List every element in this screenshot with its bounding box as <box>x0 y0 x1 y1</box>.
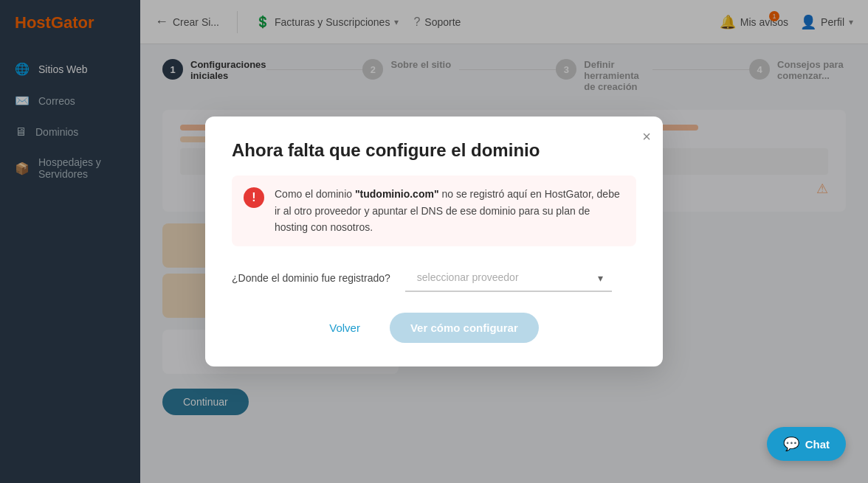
modal-confirm-button[interactable]: Ver cómo configurar <box>390 313 539 343</box>
modal-form-label: ¿Donde el dominio fue registrado? <box>232 272 390 284</box>
modal-alert-text: Como el dominio "tudominio.com" no se re… <box>275 186 624 235</box>
modal-form-row: ¿Donde el dominio fue registrado? selecc… <box>232 264 636 292</box>
modal-close-button[interactable]: × <box>642 128 651 145</box>
chat-button[interactable]: 💬 Chat <box>767 427 846 461</box>
modal-title: Ahora falta que configure el dominio <box>232 140 636 161</box>
alert-error-icon: ! <box>244 187 264 208</box>
chat-icon: 💬 <box>783 436 799 452</box>
modal-overlay: × Ahora falta que configure el dominio !… <box>0 0 868 483</box>
modal-actions: Volver Ver cómo configurar <box>232 313 636 343</box>
modal-alert: ! Como el dominio "tudominio.com" no se … <box>232 176 636 246</box>
modal-back-button[interactable]: Volver <box>329 322 360 334</box>
chat-label: Chat <box>805 438 830 451</box>
provider-select-wrapper: seleccionar proveedor GoDaddyNamecheapGo… <box>405 264 612 292</box>
domain-modal: × Ahora falta que configure el dominio !… <box>205 117 663 366</box>
provider-select[interactable]: seleccionar proveedor GoDaddyNamecheapGo… <box>405 264 612 292</box>
modal-domain: "tudominio.com" <box>355 188 439 200</box>
